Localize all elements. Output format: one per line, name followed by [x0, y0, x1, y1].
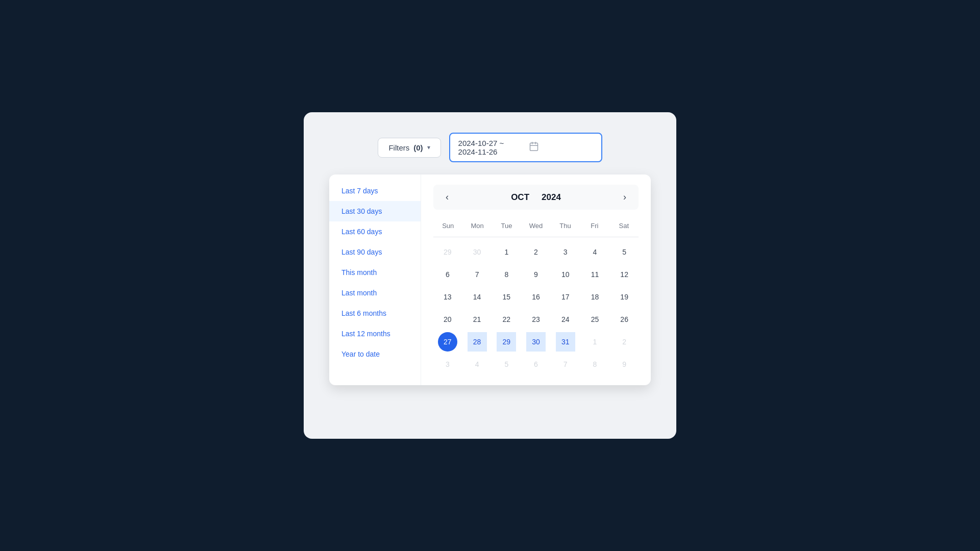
calendar-day[interactable]: 23	[526, 310, 546, 329]
date-range-input[interactable]: 2024-10-27 ~ 2024-11-26	[449, 133, 602, 162]
calendar-day[interactable]: 19	[615, 287, 634, 307]
calendar-day: 30	[468, 242, 487, 262]
toolbar: Filters (0) ▾ 2024-10-27 ~ 2024-11-26	[329, 133, 651, 162]
calendar-day[interactable]: 11	[585, 265, 604, 284]
weekday-mon: Mon	[462, 220, 492, 232]
calendar-day[interactable]: 18	[585, 287, 604, 307]
preset-item-last-12-months[interactable]: Last 12 months	[329, 323, 421, 344]
calendar-day[interactable]: 9	[526, 265, 546, 284]
calendar-grid: SunMonTueWedThuFriSat 293012345678910111…	[433, 220, 639, 375]
preset-item-year-to-date[interactable]: Year to date	[329, 344, 421, 364]
preset-item-this-month[interactable]: This month	[329, 262, 421, 283]
weekday-fri: Fri	[580, 220, 609, 232]
calendar-day[interactable]: 22	[497, 310, 516, 329]
calendar-day[interactable]: 15	[497, 287, 516, 307]
weekday-wed: Wed	[521, 220, 550, 232]
calendar-day[interactable]: 1	[497, 242, 516, 262]
calendar-day[interactable]: 10	[556, 265, 575, 284]
calendar-day: 3	[438, 355, 457, 374]
svg-rect-0	[530, 143, 537, 151]
next-month-button[interactable]: ›	[619, 190, 630, 205]
preset-item-last-30-days[interactable]: Last 30 days	[329, 201, 421, 221]
dropdown-panel: Last 7 daysLast 30 daysLast 60 daysLast …	[329, 174, 651, 385]
calendar-day: 4	[468, 355, 487, 374]
main-card: Filters (0) ▾ 2024-10-27 ~ 2024-11-26 La…	[304, 112, 676, 439]
calendar-day: 5	[497, 355, 516, 374]
calendar-days: 2930123456789101112131415161718192021222…	[433, 241, 639, 375]
calendar-day[interactable]: 3	[556, 242, 575, 262]
preset-item-last-6-months[interactable]: Last 6 months	[329, 303, 421, 323]
calendar-day[interactable]: 5	[615, 242, 634, 262]
calendar-panel: ‹ OCT 2024 › SunMonTueWedThuFriSat 29301…	[421, 174, 651, 385]
calendar-day: 8	[585, 355, 604, 374]
prev-month-button[interactable]: ‹	[442, 190, 453, 205]
weekday-tue: Tue	[492, 220, 521, 232]
chevron-down-icon: ▾	[427, 144, 430, 151]
calendar-day[interactable]: 30	[526, 332, 546, 352]
calendar-day[interactable]: 21	[468, 310, 487, 329]
calendar-day[interactable]: 14	[468, 287, 487, 307]
calendar-month: OCT	[511, 192, 529, 203]
calendar-day[interactable]: 29	[497, 332, 516, 352]
calendar-day: 1	[585, 332, 604, 352]
filters-button[interactable]: Filters (0) ▾	[378, 138, 440, 158]
calendar-day[interactable]: 20	[438, 310, 457, 329]
calendar-header: ‹ OCT 2024 ›	[433, 185, 639, 210]
calendar-day[interactable]: 2	[526, 242, 546, 262]
preset-item-last-month[interactable]: Last month	[329, 283, 421, 303]
weekday-sun: Sun	[433, 220, 462, 232]
calendar-day: 2	[615, 332, 634, 352]
calendar-day[interactable]: 31	[556, 332, 575, 352]
calendar-day[interactable]: 6	[438, 265, 457, 284]
date-range-value: 2024-10-27 ~ 2024-11-26	[458, 139, 523, 156]
calendar-day: 29	[438, 242, 457, 262]
calendar-day[interactable]: 16	[526, 287, 546, 307]
preset-item-last-7-days[interactable]: Last 7 days	[329, 181, 421, 201]
weekday-thu: Thu	[551, 220, 580, 232]
calendar-day[interactable]: 27	[438, 332, 457, 352]
calendar-day[interactable]: 4	[585, 242, 604, 262]
calendar-year: 2024	[542, 192, 561, 203]
calendar-icon	[529, 141, 593, 154]
weekday-sat: Sat	[609, 220, 639, 232]
month-year-display: OCT 2024	[511, 192, 561, 203]
calendar-day[interactable]: 7	[468, 265, 487, 284]
calendar-day: 6	[526, 355, 546, 374]
calendar-day[interactable]: 25	[585, 310, 604, 329]
calendar-day: 9	[615, 355, 634, 374]
calendar-day: 7	[556, 355, 575, 374]
calendar-day[interactable]: 26	[615, 310, 634, 329]
preset-list: Last 7 daysLast 30 daysLast 60 daysLast …	[329, 174, 421, 385]
filters-label: Filters	[388, 143, 409, 152]
calendar-day[interactable]: 28	[468, 332, 487, 352]
calendar-day[interactable]: 12	[615, 265, 634, 284]
calendar-day[interactable]: 17	[556, 287, 575, 307]
calendar-day[interactable]: 8	[497, 265, 516, 284]
weekdays-row: SunMonTueWedThuFriSat	[433, 220, 639, 237]
calendar-day[interactable]: 24	[556, 310, 575, 329]
preset-item-last-60-days[interactable]: Last 60 days	[329, 221, 421, 242]
filters-count: (0)	[413, 143, 423, 152]
calendar-day[interactable]: 13	[438, 287, 457, 307]
preset-item-last-90-days[interactable]: Last 90 days	[329, 242, 421, 262]
